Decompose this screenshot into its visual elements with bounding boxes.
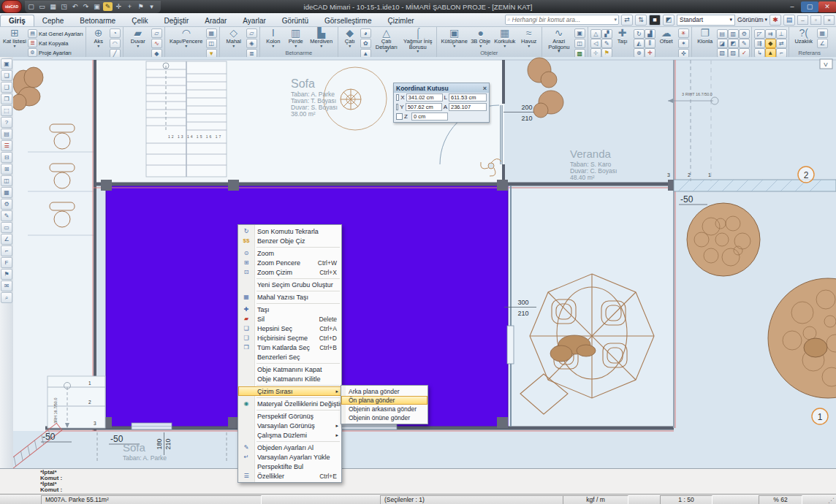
trim-icon[interactable]: ▞	[601, 29, 612, 39]
tasi-button[interactable]: ✚ Taşı	[612, 28, 633, 58]
menu-item-zoom[interactable]: ⊙ Zoom	[238, 248, 341, 258]
tab-cephe[interactable]: Cephe	[34, 15, 72, 26]
redo-icon[interactable]: ↷	[81, 2, 91, 11]
menu-item-hicbirisini-secme[interactable]: ❑ Hiçbirisini Seçme Ctrl+D	[238, 333, 341, 343]
klonla-button[interactable]: ❐ Klonla	[694, 28, 716, 57]
menu-item-cizim-sirasi[interactable]: Çizim Sırası ▸	[238, 386, 341, 396]
curve-axis-icon[interactable]: ◠	[110, 39, 121, 48]
gear-icon[interactable]: ⚙	[1, 199, 12, 210]
snap-midpoint-icon[interactable]: ◆	[765, 39, 776, 48]
app-logo-icon[interactable]: ideCAD	[1, 0, 22, 13]
windows-icon[interactable]: ▦	[1, 187, 12, 198]
measure-icon[interactable]: △	[590, 29, 601, 39]
pen2-icon[interactable]: ✎	[739, 39, 750, 48]
menu-item-materyal-ozelliklerini-degistir[interactable]: ◉ Materyal Özelliklerini Değiştir	[238, 399, 341, 408]
mask2-icon[interactable]: ◩	[728, 39, 739, 48]
menu-item-zoom-cizim[interactable]: ⊡ Zoom Çizim Ctrl+X	[238, 267, 341, 277]
terrain-window-icon[interactable]: ◫	[574, 39, 585, 48]
pointer-icon[interactable]: ✛	[114, 2, 123, 11]
sheet-icon[interactable]: ▤	[1, 129, 12, 140]
tab-cizimler[interactable]: Çizimler	[379, 15, 422, 26]
menu-item-varsayilan-ayarlari-yukle[interactable]: ↵ Varsayılan Ayarları Yükle	[238, 452, 341, 462]
flag-icon[interactable]: ⚑	[1, 269, 12, 280]
mark-icon[interactable]: ⚑	[136, 2, 145, 11]
pen-ruler-icon[interactable]: ✎	[1, 210, 12, 221]
minimize-button[interactable]: –	[783, 1, 801, 12]
resize-grip[interactable]: ⋰	[828, 497, 835, 504]
window-icon[interactable]: ▦	[206, 28, 217, 38]
korkuluk-button[interactable]: ▦ Korkuluk ▾	[492, 28, 518, 50]
snap-parallel-icon[interactable]: ⇉	[765, 29, 776, 39]
red-lines-icon[interactable]: ☰	[1, 140, 12, 151]
maximize-button[interactable]: ▢	[801, 1, 818, 12]
l-input[interactable]	[449, 93, 487, 102]
distance-icon[interactable]: ?	[1, 117, 12, 128]
mdi-close-icon[interactable]: ×	[824, 15, 835, 25]
select-floors-icon[interactable]: ❒	[1, 93, 12, 104]
close-icon[interactable]: ×	[483, 85, 487, 92]
dome-icon[interactable]: ◕	[360, 28, 371, 38]
open-file-icon[interactable]: ▭	[37, 2, 47, 11]
close-button[interactable]: ✕	[818, 1, 836, 12]
black-box-icon[interactable]: ■	[649, 15, 661, 26]
spiral-roof-icon[interactable]: ✿	[360, 39, 371, 48]
scale-icon[interactable]: ▭	[1, 222, 12, 233]
angle-icon[interactable]: ∠	[1, 234, 12, 245]
room-label-veranda[interactable]: Veranda Taban: S. Karo Duvar: C. Boyası …	[570, 148, 617, 181]
snap-extension-icon[interactable]: ⇶	[754, 39, 765, 48]
help-icon[interactable]: ▤	[783, 15, 795, 26]
gear2-icon[interactable]: ⚙	[739, 29, 750, 39]
terrain-box-icon[interactable]: ▣	[574, 28, 585, 38]
tab-celik[interactable]: Çelik	[123, 15, 156, 26]
menu-item-perspektif-gorunus[interactable]: Perspektif Görünüş	[238, 411, 341, 421]
paste-icon[interactable]: ⊟	[1, 152, 12, 163]
copy-layer-icon[interactable]: ▤	[717, 29, 728, 39]
explode-icon[interactable]: ✳	[678, 28, 689, 38]
render-icon[interactable]: ◳	[59, 2, 69, 11]
mdi-minimize-icon[interactable]: –	[797, 15, 808, 25]
wall-sketch-icon[interactable]: ∿	[151, 39, 162, 48]
kapi-pencere-button[interactable]: ◠ Kapı/Pencere ▾	[167, 28, 205, 58]
mdi-restore-icon[interactable]: ▫	[810, 15, 821, 25]
tab-degistir[interactable]: Değiştir	[156, 15, 197, 26]
kutuphane-button[interactable]: ▣ Kütüphane ▾	[439, 28, 470, 50]
a-input[interactable]	[449, 103, 487, 111]
polygon-icon[interactable]: ▱	[246, 28, 257, 38]
coordinate-box-titlebar[interactable]: Koordinat Kutusu ×	[394, 83, 489, 93]
array-icon[interactable]: Ⅱ	[645, 39, 656, 48]
menu-item-varsayilan-gorunus[interactable]: Varsayılan Görünüş ▸	[238, 421, 341, 430]
import-icon[interactable]: ⇄	[621, 15, 633, 26]
chevron-down-icon[interactable]: ▾	[615, 17, 618, 23]
cati-detaylari-button[interactable]: △ Çatı Detayları ▾	[372, 28, 401, 58]
view-widget[interactable]: V	[820, 59, 832, 69]
kat-genel-ayarlari-button[interactable]: ▤ Kat Genel Ayarları	[28, 29, 83, 38]
yagmur-inis-borusu-button[interactable]: ⌠ Yağmur İniş Borusu ▾	[402, 28, 434, 58]
panel-icon[interactable]: ◫	[206, 39, 217, 48]
undo-icon[interactable]: ↶	[70, 2, 80, 11]
ref-angle-icon[interactable]: ∠	[817, 39, 828, 48]
z-input[interactable]	[411, 112, 448, 121]
deselect-icon[interactable]: ❑	[1, 82, 12, 93]
new-file-icon[interactable]: ▢	[26, 2, 36, 11]
menu-item-son-komutu-tekrarla[interactable]: ↻ Son Komutu Tekrarla	[238, 226, 341, 236]
tab-ayarlar[interactable]: Ayarlar	[235, 15, 274, 26]
menu-item-ozellikler[interactable]: ☰ Özellikler Ctrl+E	[238, 471, 341, 481]
submenu-item-objenin-arkasina-gonder[interactable]: Objenin arkasına gönder	[341, 405, 428, 413]
kat-listesi-button[interactable]: ⊞ Kat listesi ▾	[2, 28, 27, 57]
tab-betonarme[interactable]: Betonarme	[72, 15, 123, 26]
z-checkbox[interactable]	[396, 113, 403, 120]
binoculars-icon[interactable]: ⌕	[1, 292, 12, 303]
tab-goruntu[interactable]: Görüntü	[274, 15, 316, 26]
menu-item-tasi[interactable]: ✚ Taşı	[238, 305, 341, 314]
export-icon[interactable]: ⇅	[635, 15, 647, 26]
menu-item-yeni-secim-grubu[interactable]: Yeni Seçim Grubu Oluştur	[238, 280, 341, 289]
zoom-indicator[interactable]: % 62	[759, 495, 802, 504]
node-icon[interactable]: ◁	[590, 39, 601, 48]
lasso-icon[interactable]: ✎	[103, 2, 113, 11]
spark-icon[interactable]: ✶	[678, 39, 689, 48]
perde-button[interactable]: ▥ Perde ▾	[285, 28, 307, 50]
snap-corner-icon[interactable]: ◸	[754, 29, 765, 39]
lock-icon[interactable]: ◩	[663, 15, 674, 26]
stairs-top[interactable]	[146, 61, 227, 177]
coordinate-box-panel[interactable]: Koordinat Kutusu × X L Y A Z	[393, 83, 490, 123]
